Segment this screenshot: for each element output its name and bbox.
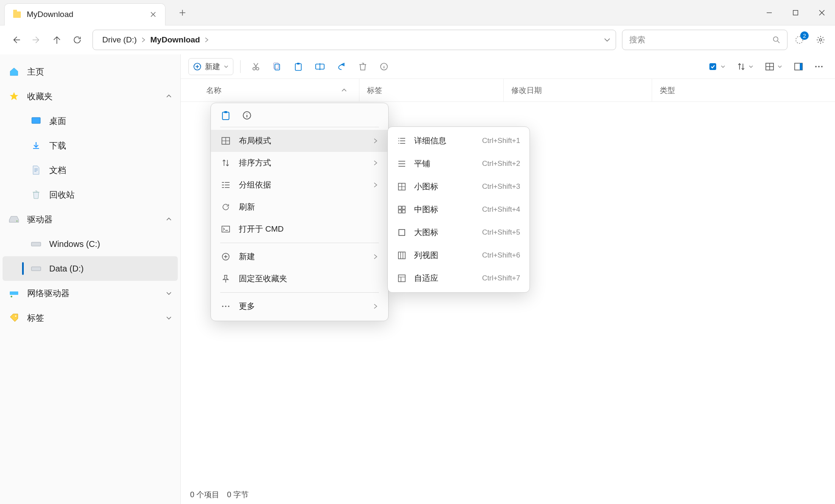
columns-icon bbox=[397, 252, 406, 259]
selection-button[interactable] bbox=[704, 58, 730, 75]
ctx-group[interactable]: 分组依据 bbox=[211, 174, 388, 196]
sidebar-drive-c[interactable]: Windows (C:) bbox=[3, 232, 178, 256]
ctx-sort[interactable]: 排序方式 bbox=[211, 152, 388, 174]
refresh-button[interactable] bbox=[68, 31, 87, 49]
sub-large-icons[interactable]: 大图标 Ctrl+Shift+5 bbox=[388, 221, 530, 244]
svg-point-10 bbox=[11, 296, 12, 297]
new-tab-button[interactable] bbox=[173, 3, 192, 22]
sub-small-icons[interactable]: 小图标 Ctrl+Shift+3 bbox=[388, 175, 530, 198]
pane-button[interactable] bbox=[790, 58, 807, 75]
chevron-up-icon[interactable] bbox=[166, 93, 172, 99]
svg-rect-9 bbox=[10, 291, 18, 295]
svg-rect-16 bbox=[274, 63, 278, 69]
column-tags[interactable]: 标签 bbox=[359, 79, 503, 101]
svg-rect-8 bbox=[31, 267, 41, 271]
drive-icon bbox=[31, 263, 42, 274]
chevron-down-icon[interactable] bbox=[166, 315, 172, 321]
sidebar-item-label: Windows (C:) bbox=[49, 239, 100, 249]
copy-button[interactable] bbox=[269, 58, 286, 75]
sub-adaptive[interactable]: 自适应 Ctrl+Shift+7 bbox=[388, 267, 530, 290]
svg-point-11 bbox=[15, 315, 16, 316]
address-history-button[interactable] bbox=[604, 36, 611, 43]
network-drive-icon bbox=[8, 288, 20, 299]
ctx-open-cmd[interactable]: 打开于 CMD bbox=[211, 218, 388, 240]
file-list[interactable]: 布局模式 排序方式 分组依据 刷新 bbox=[181, 102, 835, 485]
search-input[interactable] bbox=[629, 35, 773, 45]
properties-button[interactable] bbox=[375, 58, 392, 75]
nav-row: Drive (D:) MyDownload 2 bbox=[0, 25, 835, 54]
search-bar[interactable] bbox=[622, 30, 787, 50]
sort-button[interactable] bbox=[733, 58, 758, 75]
sidebar-item-label: 回收站 bbox=[49, 189, 75, 201]
sidebar-drive-d[interactable]: Data (D:) bbox=[3, 256, 178, 281]
up-button[interactable] bbox=[48, 31, 66, 49]
ctx-new[interactable]: 新建 bbox=[211, 246, 388, 268]
chevron-right-icon bbox=[204, 37, 209, 42]
minimize-button[interactable] bbox=[756, 0, 782, 25]
column-name[interactable]: 名称 bbox=[181, 79, 359, 101]
forward-button[interactable] bbox=[27, 31, 46, 49]
download-icon bbox=[31, 140, 42, 151]
chevron-right-icon bbox=[373, 182, 378, 188]
svg-rect-18 bbox=[297, 63, 300, 64]
tab-mydownload[interactable]: MyDownload bbox=[4, 3, 165, 25]
rename-button[interactable] bbox=[311, 58, 329, 75]
sidebar-fav-downloads[interactable]: 下载 bbox=[3, 133, 178, 158]
layout-button[interactable] bbox=[761, 58, 787, 75]
sidebar-item-label: 主页 bbox=[27, 66, 44, 78]
ctx-pin-fav[interactable]: 固定至收藏夹 bbox=[211, 268, 388, 290]
cut-button[interactable] bbox=[247, 58, 264, 75]
content-area: 新建 名称 标签 修改日期 类型 bbox=[181, 54, 835, 504]
window-controls bbox=[756, 0, 835, 25]
delete-button[interactable] bbox=[354, 58, 371, 75]
chevron-down-icon bbox=[224, 64, 229, 69]
sidebar-item-label: 下载 bbox=[49, 140, 66, 151]
sort-icon bbox=[221, 159, 230, 167]
more-icon bbox=[221, 305, 230, 308]
maximize-button[interactable] bbox=[782, 0, 809, 25]
tab-title: MyDownload bbox=[27, 10, 150, 19]
ctx-layout[interactable]: 布局模式 bbox=[211, 130, 388, 152]
titlebar: MyDownload bbox=[0, 0, 835, 25]
status-size: 0 字节 bbox=[227, 490, 249, 500]
more-button[interactable] bbox=[810, 58, 827, 75]
chevron-down-icon[interactable] bbox=[166, 290, 172, 296]
column-type[interactable]: 类型 bbox=[652, 79, 835, 101]
sidebar-drives[interactable]: 驱动器 bbox=[3, 207, 178, 232]
sidebar-favorites[interactable]: 收藏夹 bbox=[3, 84, 178, 109]
ctx-refresh[interactable]: 刷新 bbox=[211, 196, 388, 218]
column-date[interactable]: 修改日期 bbox=[503, 79, 652, 101]
chevron-up-icon bbox=[341, 87, 347, 93]
info-icon[interactable] bbox=[242, 111, 252, 120]
separator bbox=[240, 60, 241, 73]
sub-details[interactable]: 详细信息 Ctrl+Shift+1 bbox=[388, 129, 530, 152]
tasks-indicator[interactable]: 2 bbox=[793, 34, 805, 46]
close-tab-button[interactable] bbox=[150, 11, 157, 18]
sidebar-tags[interactable]: 标签 bbox=[3, 305, 178, 330]
paste-icon[interactable] bbox=[221, 111, 230, 120]
sidebar-fav-desktop[interactable]: 桌面 bbox=[3, 109, 178, 133]
sub-tiles[interactable]: 平铺 Ctrl+Shift+2 bbox=[388, 152, 530, 175]
paste-button[interactable] bbox=[290, 58, 307, 75]
sidebar-network[interactable]: 网络驱动器 bbox=[3, 281, 178, 305]
ctx-more[interactable]: 更多 bbox=[211, 295, 388, 317]
close-button[interactable] bbox=[809, 0, 835, 25]
svg-rect-0 bbox=[793, 10, 798, 15]
chevron-up-icon[interactable] bbox=[166, 216, 172, 222]
sidebar-fav-documents[interactable]: 文档 bbox=[3, 158, 178, 182]
sidebar-home[interactable]: 主页 bbox=[3, 59, 178, 84]
breadcrumb-root[interactable]: Drive (D:) bbox=[98, 35, 141, 45]
address-bar[interactable]: Drive (D:) MyDownload bbox=[92, 30, 616, 50]
share-button[interactable] bbox=[333, 58, 350, 75]
sub-medium-icons[interactable]: 中图标 Ctrl+Shift+4 bbox=[388, 198, 530, 221]
svg-point-36 bbox=[228, 305, 229, 307]
svg-rect-44 bbox=[398, 275, 405, 282]
sidebar-item-label: 文档 bbox=[49, 165, 66, 176]
svg-rect-28 bbox=[222, 112, 229, 120]
sidebar-fav-recycle[interactable]: 回收站 bbox=[3, 182, 178, 207]
new-button[interactable]: 新建 bbox=[188, 58, 233, 75]
settings-button[interactable] bbox=[813, 32, 828, 48]
back-button[interactable] bbox=[7, 31, 25, 49]
sub-column-view[interactable]: 列视图 Ctrl+Shift+6 bbox=[388, 244, 530, 267]
breadcrumb-current[interactable]: MyDownload bbox=[146, 35, 204, 45]
